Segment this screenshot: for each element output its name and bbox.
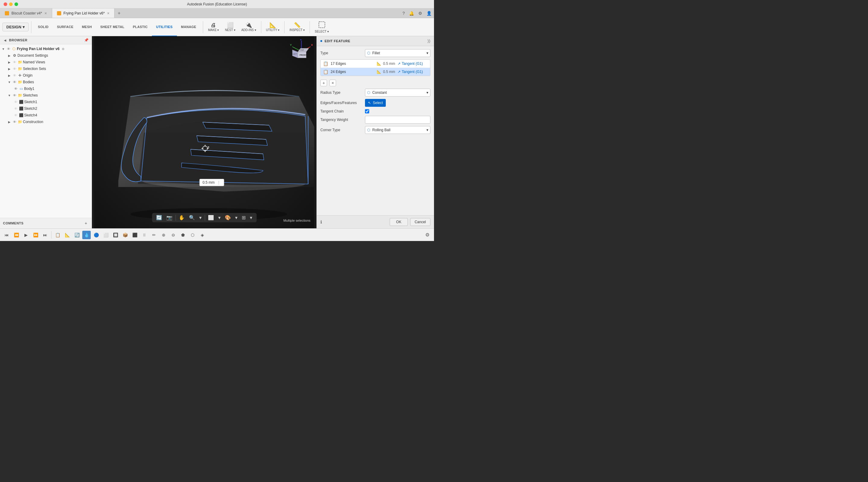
visibility-construction[interactable]: 👁 xyxy=(12,119,17,124)
tree-item-construction[interactable]: ▶ 👁 📁 Construction xyxy=(0,118,92,125)
tab-close-biscuit[interactable]: × xyxy=(44,11,47,16)
pan-button[interactable]: ✋ xyxy=(178,214,186,221)
select-toolbar-button[interactable]: SELECT ▾ xyxy=(312,20,331,34)
inspect-button[interactable]: 📏 INSPECT ▾ xyxy=(287,21,307,33)
tree-item-doc-settings[interactable]: ▶ ⚙ Document Settings xyxy=(0,52,92,59)
nest-button[interactable]: ⬜ NEST ▾ xyxy=(222,21,238,33)
tab-biscuit-coaster[interactable]: Biscuit Coaster v4* × xyxy=(0,8,52,18)
render-options[interactable]: ▾ xyxy=(234,214,239,221)
expand-icon-doc[interactable]: ▶ xyxy=(7,53,11,58)
timeline-btn-2[interactable]: 📐 xyxy=(63,231,71,239)
render-btn[interactable]: 🎨 xyxy=(224,214,232,221)
account-icon[interactable]: 👤 xyxy=(427,11,432,16)
tree-item-body1[interactable]: 👁 ▭ Body1 xyxy=(0,85,92,92)
play-start-btn[interactable]: ⏮ xyxy=(2,231,11,239)
timeline-btn-3[interactable]: 🔄 xyxy=(73,231,81,239)
comments-add-button[interactable]: + xyxy=(83,221,89,226)
expand-icon-views[interactable]: ▶ xyxy=(7,60,11,64)
timeline-btn-4[interactable]: 💧 xyxy=(82,231,91,239)
tree-item-bodies[interactable]: ▼ 👁 📁 Bodies xyxy=(0,79,92,85)
minimize-button[interactable] xyxy=(9,2,13,6)
zoom-button[interactable]: 🔍 xyxy=(188,214,196,221)
viewport[interactable]: 0.5 mm ⋮ X Y Z FRONT LEFT TOP xyxy=(92,36,316,228)
tab-surface[interactable]: SURFACE xyxy=(53,18,78,36)
visibility-views[interactable]: 👁 xyxy=(12,60,17,64)
corner-type-dropdown[interactable]: ⬡ Rolling Ball ▾ xyxy=(365,126,430,134)
settings-button[interactable]: ⚙ xyxy=(423,231,432,239)
info-icon[interactable]: ℹ xyxy=(320,220,322,224)
notification-icon[interactable]: 🔔 xyxy=(409,11,414,16)
display-options[interactable]: ▾ xyxy=(217,214,222,221)
timeline-btn-9[interactable]: ⬛ xyxy=(130,231,139,239)
tree-item-sketch2[interactable]: 👁 ⬛ Sketch2 xyxy=(0,105,92,112)
timeline-btn-7[interactable]: 🔲 xyxy=(111,231,120,239)
browser-pin[interactable]: 📌 xyxy=(84,38,89,42)
zoom-options[interactable]: ▾ xyxy=(198,214,203,221)
tangent-chain-checkbox[interactable] xyxy=(365,109,369,113)
expand-icon-selsets[interactable]: ▶ xyxy=(7,67,11,71)
expand-icon-construction[interactable]: ▶ xyxy=(7,120,11,124)
maximize-button[interactable] xyxy=(14,2,18,6)
measurement-options[interactable]: ⋮ xyxy=(217,180,221,185)
radius-type-dropdown[interactable]: ⬡ Constant ▾ xyxy=(365,89,430,96)
utility-button[interactable]: 📐 UTILITY ▾ xyxy=(264,21,282,33)
make-button[interactable]: 🖨 MAKE ▾ xyxy=(206,21,221,33)
timeline-btn-1[interactable]: 📋 xyxy=(53,231,62,239)
expand-icon-root[interactable]: ▼ xyxy=(1,47,5,51)
tab-utilities[interactable]: UTILITIES xyxy=(152,18,177,36)
play-end-btn[interactable]: ⏭ xyxy=(41,231,50,239)
nav-cube[interactable]: X Y Z FRONT LEFT TOP xyxy=(289,39,313,63)
expand-icon-sketches[interactable]: ▼ xyxy=(7,93,11,97)
tab-plastic[interactable]: PLASTIC xyxy=(129,18,152,36)
addins-button[interactable]: 🔌 ADD-INS ▾ xyxy=(239,21,258,33)
edge-row-24[interactable]: 📋 24 Edges 📐 0.5 mm ↗ Tangent (G1) xyxy=(321,68,430,76)
tab-frying-pan[interactable]: Frying Pan Lid Holder v6* × xyxy=(52,8,115,18)
panel-expand-button[interactable]: ⟩⟩ xyxy=(427,38,430,44)
tab-mesh[interactable]: MESH xyxy=(78,18,96,36)
play-btn[interactable]: ▶ xyxy=(22,231,30,239)
play-next-btn[interactable]: ⏩ xyxy=(31,231,40,239)
visibility-bodies[interactable]: 👁 xyxy=(12,80,17,84)
timeline-btn-13[interactable]: ⬟ xyxy=(179,231,187,239)
new-tab-button[interactable]: + xyxy=(115,8,123,18)
grid-options[interactable]: ▾ xyxy=(249,214,253,221)
display-mode-btn[interactable]: ⬜ xyxy=(207,214,215,221)
orbit-button[interactable]: 🔄 xyxy=(155,214,163,221)
design-mode-button[interactable]: DESIGN ▾ xyxy=(2,23,29,31)
camera-btn[interactable]: 📷 xyxy=(165,214,174,221)
tree-item-sketch1[interactable]: 👁 ⬛ Sketch1 xyxy=(0,98,92,105)
visibility-origin[interactable]: 👁 xyxy=(12,73,17,78)
timeline-btn-12[interactable]: ⊖ xyxy=(169,231,178,239)
type-dropdown[interactable]: ⬡ Fillet ▾ xyxy=(365,49,430,57)
cancel-button[interactable]: Cancel xyxy=(410,218,430,226)
browser-collapse[interactable]: ◀ xyxy=(3,38,7,42)
visibility-root[interactable]: 👁 xyxy=(6,47,11,51)
expand-icon-origin[interactable]: ▶ xyxy=(7,73,11,78)
timeline-btn-10[interactable]: ✏ xyxy=(150,231,158,239)
timeline-btn-11[interactable]: ⊕ xyxy=(159,231,168,239)
timeline-btn-5[interactable]: 🔵 xyxy=(92,231,100,239)
play-prev-btn[interactable]: ⏪ xyxy=(12,231,21,239)
edge-row-17[interactable]: 📋 17 Edges 📐 0.5 mm ↗ Tangent (G1) xyxy=(321,60,430,68)
expand-icon-bodies[interactable]: ▼ xyxy=(7,80,11,84)
remove-edge-button[interactable]: × xyxy=(330,80,336,86)
tangency-weight-input[interactable]: 1 xyxy=(365,116,430,124)
tree-item-named-views[interactable]: ▶ 👁 📁 Named Views xyxy=(0,59,92,65)
tree-item-selection-sets[interactable]: ▶ 👁 📁 Selection Sets xyxy=(0,65,92,72)
timeline-btn-8[interactable]: 📦 xyxy=(121,231,129,239)
tree-item-sketches[interactable]: ▼ 👁 📁 Sketches xyxy=(0,92,92,98)
visibility-selsets[interactable]: 👁 xyxy=(12,66,17,71)
timeline-btn-15[interactable]: ◈ xyxy=(198,231,207,239)
visibility-sketch1[interactable]: 👁 xyxy=(13,100,18,104)
tab-manage[interactable]: MANAGE xyxy=(177,18,201,36)
root-settings-icon[interactable]: ⚙ xyxy=(62,47,64,51)
tab-sheet-metal[interactable]: SHEET METAL xyxy=(96,18,129,36)
timeline-btn-6[interactable]: ⬜ xyxy=(101,231,110,239)
select-edges-button[interactable]: ↖ Select xyxy=(365,99,386,107)
add-edge-button[interactable]: + xyxy=(320,80,327,86)
visibility-sketch4[interactable]: 👁 xyxy=(13,113,18,118)
close-button[interactable] xyxy=(4,2,7,6)
visibility-sketch2[interactable]: 👁 xyxy=(13,106,18,111)
visibility-sketches[interactable]: 👁 xyxy=(12,93,17,98)
grid-btn[interactable]: ⊞ xyxy=(241,214,247,221)
